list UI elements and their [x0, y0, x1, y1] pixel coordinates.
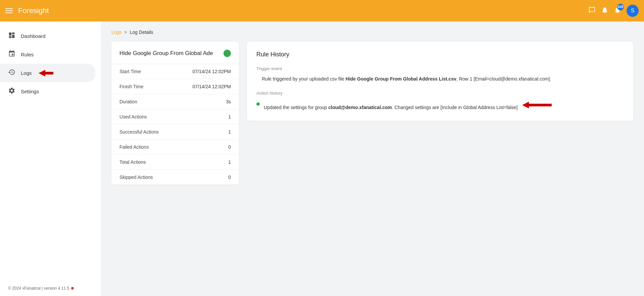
footer-status-dot	[71, 287, 74, 290]
dashboard-icon	[8, 32, 15, 41]
breadcrumb: Logs > Log Details	[111, 30, 633, 35]
duration-value: 3s	[226, 99, 231, 104]
trigger-text-prefix: Rule triggered by your uploaded csv file	[262, 76, 346, 82]
action-history-label: Action history	[256, 91, 624, 96]
svg-marker-0	[39, 70, 53, 77]
skipped-actions-label: Skipped Actions	[119, 175, 153, 180]
footer-text: © 2024 xFanatical | version 4.11.5	[8, 286, 69, 291]
failed-actions-label: Failed Actions	[119, 144, 149, 150]
sidebar-item-logs[interactable]: Logs	[0, 64, 95, 82]
history-card: Rule History Trigger event Rule triggere…	[247, 42, 633, 121]
history-title: Rule History	[256, 51, 624, 58]
trigger-text: Rule triggered by your uploaded csv file…	[256, 75, 624, 83]
sidebar-item-rules[interactable]: Rules	[0, 45, 95, 64]
failed-actions-value: 0	[228, 144, 231, 150]
successful-actions-value: 1	[228, 129, 231, 135]
action-status-dot	[256, 102, 260, 106]
detail-card: Hide Google Group From Global Ade Start …	[111, 42, 239, 185]
sidebar-footer: © 2024 xFanatical | version 4.11.5	[0, 286, 101, 291]
sidebar-nav: Dashboard Rules Logs	[0, 21, 101, 101]
app-title: Foresight	[18, 6, 49, 15]
settings-icon	[8, 87, 15, 96]
action-text: Updated the settings for group cloud@dem…	[264, 101, 552, 111]
chat-icon[interactable]	[588, 6, 596, 15]
used-actions-label: Used Actions	[119, 114, 147, 119]
successful-actions-label: Successful Actions	[119, 129, 159, 135]
start-time-label: Start Time	[119, 69, 141, 74]
main-content: Logs > Log Details Hide Google Group Fro…	[101, 21, 644, 296]
action-text-prefix: Updated the settings for group	[264, 105, 328, 110]
notification-count: 649	[617, 4, 624, 10]
trigger-event-label: Trigger event	[256, 66, 624, 71]
header-right: 649 S	[588, 5, 639, 17]
finish-time-label: Finish Time	[119, 84, 144, 89]
detail-row-used-actions: Used Actions 1	[111, 109, 239, 125]
trigger-filename: Hide Google Group From Global Address Li…	[346, 76, 456, 82]
skipped-actions-value: 0	[228, 175, 231, 180]
svg-marker-1	[522, 102, 552, 108]
logs-arrow-indicator	[39, 69, 53, 77]
detail-row-start-time: Start Time 07/14/24 12:02PM	[111, 64, 239, 79]
hamburger-menu[interactable]	[5, 8, 13, 13]
header-left: Foresight	[5, 6, 49, 15]
notification-bell-icon[interactable]: 649	[614, 6, 621, 15]
sidebar-item-settings-label: Settings	[21, 89, 39, 94]
sidebar-item-logs-label: Logs	[21, 70, 32, 76]
action-arrow-indicator	[522, 101, 552, 109]
rule-title: Hide Google Group From Global Ade	[119, 50, 219, 57]
start-time-value: 07/14/24 12:02PM	[193, 69, 231, 74]
detail-card-header: Hide Google Group From Global Ade	[111, 42, 239, 64]
detail-row-total-actions: Total Actions 1	[111, 155, 239, 170]
duration-label: Duration	[119, 99, 137, 104]
sidebar-item-dashboard-label: Dashboard	[21, 33, 45, 39]
sidebar: Dashboard Rules Logs	[0, 21, 101, 296]
action-text-suffix: . Changed settings are [Include in Globa…	[392, 105, 518, 110]
detail-row-duration: Duration 3s	[111, 94, 239, 109]
action-item: Updated the settings for group cloud@dem…	[256, 101, 624, 111]
breadcrumb-separator: >	[124, 30, 127, 35]
detail-row-failed-actions: Failed Actions 0	[111, 140, 239, 155]
detail-row-successful-actions: Successful Actions 1	[111, 125, 239, 140]
cards-row: Hide Google Group From Global Ade Start …	[111, 42, 633, 185]
breadcrumb-logs-link[interactable]: Logs	[111, 30, 121, 35]
rules-icon	[8, 50, 15, 59]
trigger-text-suffix: , Row 1 [Email=cloud@demo.xfanatical.com…	[456, 76, 551, 82]
sidebar-item-settings[interactable]: Settings	[0, 82, 95, 101]
sidebar-item-rules-label: Rules	[21, 52, 34, 57]
breadcrumb-current: Log Details	[130, 30, 153, 35]
used-actions-value: 1	[228, 114, 231, 119]
finish-time-value: 07/14/24 12:02PM	[193, 84, 231, 89]
total-actions-value: 1	[228, 159, 231, 165]
top-header: Foresight 649 S	[0, 0, 644, 21]
logs-icon	[8, 68, 15, 78]
detail-row-skipped-actions: Skipped Actions 0	[111, 170, 239, 185]
detail-table: Start Time 07/14/24 12:02PM Finish Time …	[111, 64, 239, 185]
user-avatar[interactable]: S	[627, 5, 639, 17]
action-email: cloud@demo.xfanatical.com	[328, 105, 392, 110]
detail-row-finish-time: Finish Time 07/14/24 12:02PM	[111, 79, 239, 94]
total-actions-label: Total Actions	[119, 159, 146, 165]
sidebar-item-dashboard[interactable]: Dashboard	[0, 27, 95, 45]
status-active-dot	[224, 50, 231, 57]
alert-icon[interactable]	[601, 6, 608, 15]
